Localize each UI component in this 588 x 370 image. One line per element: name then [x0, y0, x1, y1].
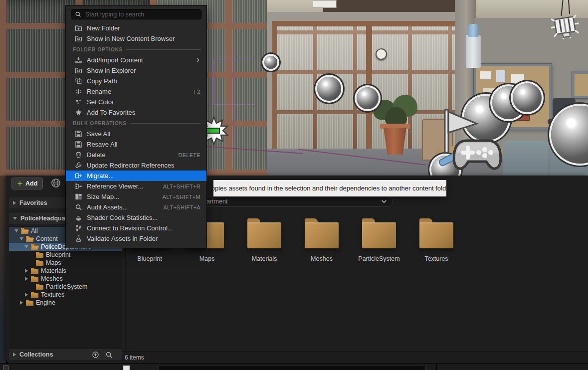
collapse-arrow-icon[interactable] [13, 353, 16, 357]
folder-tile-textures[interactable]: Textures [413, 218, 459, 262]
cork-board-small [572, 71, 588, 98]
search-collections-icon[interactable] [105, 351, 113, 359]
menu-item-label: Resave All [87, 141, 117, 148]
folder-tile-materials[interactable]: Materials [241, 218, 287, 262]
folder-tile-label: Blueprint [137, 255, 162, 262]
menu-item-migrate[interactable]: Migrate... [66, 171, 206, 181]
floppy-icon [75, 141, 82, 148]
add-button[interactable]: Add [11, 178, 43, 189]
expand-arrow-icon[interactable] [13, 217, 17, 220]
output-log-icon[interactable] [123, 366, 130, 370]
console-command-input[interactable] [159, 365, 426, 370]
menu-item-audit-assets[interactable]: Audit Assets... ALT+SHIFT+A [66, 202, 206, 212]
menu-item-add-import-content[interactable]: Add/Import Content [66, 55, 206, 65]
collapse-arrow-icon[interactable] [25, 293, 28, 297]
menu-item-label: Copy Path [87, 77, 117, 85]
tree-item-particlesystem[interactable]: ParticleSystem [9, 283, 122, 291]
folder-search-icon [75, 67, 82, 74]
menu-item-size-map[interactable]: Size Map... ALT+SHIFT+M [66, 191, 206, 202]
reflection-capture-sphere[interactable] [513, 83, 542, 112]
tooltip-text: Copies assets found in the selection and… [206, 185, 453, 192]
menu-item-save-all[interactable]: Save All [66, 129, 206, 139]
menu-item-label: Show in Explorer [87, 67, 136, 74]
migrate-tooltip: Copies assets found in the selection and… [213, 180, 446, 196]
expand-arrow-icon[interactable] [19, 237, 23, 240]
menu-item-reference-viewer[interactable]: Reference Viewer... ALT+SHIFT+R [66, 181, 206, 191]
menu-item-resave-all[interactable]: Resave All [66, 139, 206, 150]
tree-item-label: All [31, 227, 38, 234]
menu-item-label: Audit Assets... [87, 203, 128, 211]
tree-item-textures[interactable]: Textures [9, 291, 122, 299]
tree-item-maps[interactable]: Maps [9, 259, 122, 267]
folder-tile-meshes[interactable]: Meshes [299, 218, 345, 262]
expand-arrow-icon[interactable] [14, 229, 18, 232]
chevron-down-icon[interactable] [381, 198, 388, 205]
menu-item-add-to-favorites[interactable]: Add To Favorites [66, 107, 206, 118]
folder-icon [36, 252, 44, 258]
menu-search-box[interactable] [71, 9, 201, 19]
selection-wire-box [213, 59, 254, 105]
folder-icon [31, 292, 39, 298]
folder-icon [419, 218, 453, 248]
menu-item-delete[interactable]: Delete DELETE [66, 150, 206, 160]
menu-item-connect-to-revision-control[interactable]: Connect to Revision Control... [66, 223, 206, 233]
collapse-arrow-icon[interactable] [20, 301, 23, 305]
menu-item-show-in-new-content-browser[interactable]: Show in New Content Browser [66, 33, 206, 44]
folder-icon [31, 276, 39, 282]
tree-item-materials[interactable]: Materials [9, 267, 122, 275]
folder-icon [26, 300, 34, 306]
folder-tile-label: Textures [424, 255, 448, 262]
add-collection-icon[interactable] [92, 351, 99, 359]
collections-section-header[interactable]: Collections [9, 349, 122, 360]
folder-tile-label: ParticleSystem [358, 255, 399, 262]
import-badge-icon[interactable] [51, 178, 61, 188]
reflection-capture-sphere[interactable] [317, 77, 341, 101]
star-icon [75, 109, 82, 116]
set-color-icon [75, 98, 82, 106]
menu-item-show-in-explorer[interactable]: Show in Explorer [66, 65, 206, 76]
menu-item-label: Show in New Content Browser [87, 35, 175, 42]
water-cooler [466, 35, 481, 68]
menu-item-label: Set Color [87, 98, 114, 106]
menu-item-validate-assets-in-folder[interactable]: Validate Assets in Folder [66, 233, 206, 244]
folder-tile-particlesystem[interactable]: ParticleSystem [356, 218, 402, 262]
items-count: 6 items [125, 354, 144, 361]
menu-item-label: Save All [87, 130, 110, 138]
folder-icon [36, 284, 44, 290]
add-button-label: Add [25, 180, 37, 187]
ceiling-light-icon[interactable] [550, 12, 581, 41]
menu-item-set-color[interactable]: Set Color [66, 97, 206, 107]
flask-icon [75, 235, 82, 242]
menu-item-shader-cook-statistics[interactable]: Shader Cook Statistics... [66, 212, 206, 223]
menu-item-label: Connect to Revision Control... [87, 224, 173, 232]
collapse-arrow-icon[interactable] [25, 269, 28, 273]
migrate-icon [75, 172, 82, 180]
section-title: BULK OPERATIONS [73, 121, 127, 126]
tree-item-blueprint[interactable]: Blueprint [9, 251, 122, 259]
collapse-arrow-icon[interactable] [13, 201, 16, 205]
menu-item-shortcut: F2 [194, 89, 200, 95]
copy-path-icon [75, 77, 82, 85]
expand-arrow-icon[interactable] [24, 245, 28, 248]
tree-item-engine[interactable]: Engine [9, 299, 122, 307]
menu-item-shortcut: ALT+SHIFT+R [163, 184, 200, 189]
gamepad-icon[interactable] [451, 137, 503, 172]
menu-item-rename[interactable]: Rename F2 [66, 86, 206, 97]
menu-item-new-folder[interactable]: New Folder [66, 23, 206, 33]
menu-item-label: Update Redirector References [87, 162, 175, 169]
collapse-arrow-icon[interactable] [25, 277, 28, 281]
menu-item-update-redirector-references[interactable]: Update Redirector References [66, 160, 206, 171]
menu-item-shortcut: DELETE [178, 152, 200, 158]
content-drawer-icon[interactable] [3, 366, 8, 370]
branch-icon [75, 224, 82, 232]
folder-tile-label: Meshes [311, 255, 333, 262]
menu-item-copy-path[interactable]: Copy Path [66, 76, 206, 86]
menu-item-label: Rename [87, 88, 111, 95]
tree-item-label: Materials [41, 267, 66, 274]
reflection-capture-sphere[interactable] [357, 87, 379, 109]
menu-search-input[interactable] [84, 10, 197, 18]
reflection-capture-sphere[interactable] [264, 56, 277, 69]
section-title: FOLDER OPTIONS [73, 47, 123, 52]
tree-item-meshes[interactable]: Meshes [9, 275, 122, 283]
open-folder-icon [31, 244, 39, 250]
